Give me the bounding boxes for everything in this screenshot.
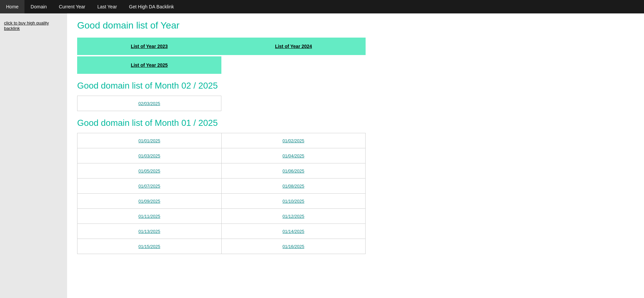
page-layout: click to buy high quality backlink Good … bbox=[0, 13, 644, 298]
date-cell-left: 01/05/2025 bbox=[77, 163, 222, 179]
date-link-right-1[interactable]: 01/04/2025 bbox=[282, 153, 304, 158]
date-cell-right: 01/06/2025 bbox=[221, 163, 366, 179]
sidebar: click to buy high quality backlink bbox=[0, 13, 67, 298]
date-link-left-2[interactable]: 01/05/2025 bbox=[139, 168, 160, 173]
date-link-left-4[interactable]: 01/09/2025 bbox=[139, 199, 160, 204]
date-cell-right: 01/02/2025 bbox=[221, 133, 366, 148]
date-cell-left: 01/07/2025 bbox=[77, 179, 222, 194]
table-row: 01/01/202501/02/2025 bbox=[77, 133, 366, 148]
date-link-left-7[interactable]: 01/15/2025 bbox=[139, 244, 160, 249]
month01-title: Good domain list of Month 01 / 2025 bbox=[77, 118, 634, 128]
date-cell-left: 01/01/2025 bbox=[77, 133, 222, 148]
year-2023-button[interactable]: List of Year 2023 bbox=[77, 38, 221, 55]
date-link-right-3[interactable]: 01/08/2025 bbox=[282, 184, 304, 189]
date-cell-right: 01/12/2025 bbox=[221, 209, 366, 224]
date-cell-left: 01/13/2025 bbox=[77, 224, 222, 239]
date-link-left-1[interactable]: 01/03/2025 bbox=[139, 153, 160, 158]
sidebar-buy-backlink-link[interactable]: click to buy high quality backlink bbox=[4, 20, 49, 31]
date-link-right-0[interactable]: 01/02/2025 bbox=[282, 138, 304, 143]
date-link-right-2[interactable]: 01/06/2025 bbox=[282, 168, 304, 173]
date-link-right-6[interactable]: 01/14/2025 bbox=[282, 229, 304, 234]
table-row: 01/07/202501/08/2025 bbox=[77, 179, 366, 194]
date-cell-right: 01/10/2025 bbox=[221, 194, 366, 209]
table-row: 01/15/202501/16/2025 bbox=[77, 239, 366, 254]
page-title: Good domain list of Year bbox=[77, 20, 634, 31]
date-link-left-5[interactable]: 01/11/2025 bbox=[139, 214, 160, 219]
date-link-02-03-2025[interactable]: 02/03/2025 bbox=[138, 101, 160, 106]
date-cell-right: 01/14/2025 bbox=[221, 224, 366, 239]
table-row: 01/03/202501/04/2025 bbox=[77, 148, 366, 163]
year-2025-button[interactable]: List of Year 2025 bbox=[77, 56, 221, 74]
main-content: Good domain list of Year List of Year 20… bbox=[67, 13, 644, 298]
year-2024-button[interactable]: List of Year 2024 bbox=[221, 38, 366, 55]
month01-table: 01/01/202501/02/202501/03/202501/04/2025… bbox=[77, 133, 366, 254]
month02-table: 02/03/2025 bbox=[77, 96, 221, 111]
table-row: 01/13/202501/14/2025 bbox=[77, 224, 366, 239]
nav-domain[interactable]: Domain bbox=[24, 0, 53, 13]
date-link-right-7[interactable]: 01/16/2025 bbox=[282, 244, 304, 249]
nav-last-year[interactable]: Last Year bbox=[91, 0, 123, 13]
nav-get-backlink[interactable]: Get High DA Backlink bbox=[123, 0, 180, 13]
nav-home[interactable]: Home bbox=[0, 0, 24, 13]
date-link-left-3[interactable]: 01/07/2025 bbox=[139, 184, 160, 189]
main-nav: Home Domain Current Year Last Year Get H… bbox=[0, 0, 644, 13]
date-link-left-0[interactable]: 01/01/2025 bbox=[139, 138, 160, 143]
date-link-right-5[interactable]: 01/12/2025 bbox=[282, 214, 304, 219]
table-row: 02/03/2025 bbox=[77, 96, 221, 111]
year-buttons-row2: List of Year 2025 bbox=[77, 56, 634, 74]
date-cell: 02/03/2025 bbox=[77, 96, 221, 111]
date-cell-left: 01/11/2025 bbox=[77, 209, 222, 224]
year-buttons-row1: List of Year 2023 List of Year 2024 bbox=[77, 38, 366, 55]
date-link-right-4[interactable]: 01/10/2025 bbox=[282, 199, 304, 204]
date-cell-right: 01/04/2025 bbox=[221, 148, 366, 163]
nav-current-year[interactable]: Current Year bbox=[53, 0, 92, 13]
date-cell-right: 01/08/2025 bbox=[221, 179, 366, 194]
date-cell-right: 01/16/2025 bbox=[221, 239, 366, 254]
table-row: 01/11/202501/12/2025 bbox=[77, 209, 366, 224]
date-cell-left: 01/15/2025 bbox=[77, 239, 222, 254]
date-link-left-6[interactable]: 01/13/2025 bbox=[139, 229, 160, 234]
table-row: 01/09/202501/10/2025 bbox=[77, 194, 366, 209]
date-cell-left: 01/03/2025 bbox=[77, 148, 222, 163]
table-row: 01/05/202501/06/2025 bbox=[77, 163, 366, 179]
month02-title: Good domain list of Month 02 / 2025 bbox=[77, 81, 634, 91]
date-cell-left: 01/09/2025 bbox=[77, 194, 222, 209]
